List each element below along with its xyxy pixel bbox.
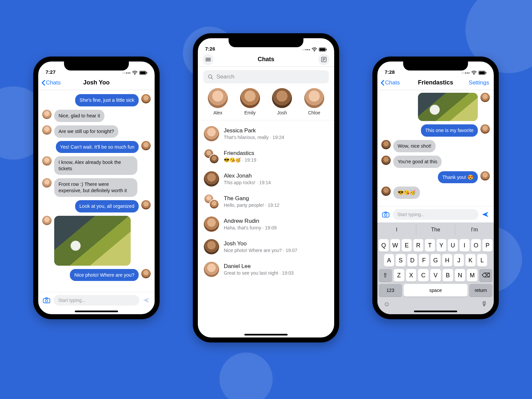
- key[interactable]: B: [443, 269, 453, 282]
- story-item[interactable]: Emily: [240, 88, 260, 115]
- image-message[interactable]: [54, 216, 131, 266]
- avatar[interactable]: [304, 88, 324, 108]
- key[interactable]: W: [390, 239, 400, 252]
- avatar[interactable]: [42, 125, 52, 135]
- avatar[interactable]: [141, 269, 151, 278]
- avatar[interactable]: [209, 199, 219, 209]
- key[interactable]: O: [471, 239, 481, 252]
- stories-row[interactable]: AlexEmilyJoshChloe: [198, 88, 334, 120]
- avatar[interactable]: [204, 239, 219, 254]
- avatar[interactable]: [204, 216, 219, 232]
- avatar[interactable]: [480, 171, 490, 181]
- message-input[interactable]: Start typing...: [393, 209, 478, 220]
- avatar[interactable]: [204, 126, 219, 141]
- group-avatar[interactable]: [204, 149, 219, 164]
- send-button[interactable]: [482, 211, 489, 218]
- compose-button[interactable]: [318, 54, 330, 65]
- home-indicator[interactable]: [75, 311, 118, 312]
- key[interactable]: Y: [437, 239, 447, 252]
- story-item[interactable]: Alex: [208, 88, 228, 115]
- space-key[interactable]: space: [404, 284, 467, 297]
- message-list[interactable]: She's fine, just a little sickNice, glad…: [38, 90, 155, 281]
- back-button[interactable]: Chats: [381, 75, 400, 90]
- keyboard-suggestions[interactable]: ITheI'm: [377, 222, 494, 237]
- avatar[interactable]: [208, 88, 228, 108]
- camera-icon[interactable]: [382, 211, 389, 217]
- key[interactable]: S: [396, 254, 406, 267]
- key[interactable]: V: [430, 269, 441, 282]
- return-key[interactable]: return: [469, 284, 492, 297]
- message-bubble[interactable]: Wow, nice shot!: [393, 140, 436, 152]
- avatar[interactable]: [381, 187, 391, 196]
- chat-row[interactable]: Alex JonahThis app rocks! · 19:14: [198, 168, 334, 190]
- key[interactable]: L: [477, 254, 487, 267]
- key[interactable]: F: [419, 254, 429, 267]
- key[interactable]: C: [418, 269, 429, 282]
- suggestion[interactable]: I'm: [455, 225, 494, 235]
- search-input[interactable]: Search: [203, 70, 329, 83]
- avatar[interactable]: [480, 93, 490, 102]
- avatar[interactable]: [42, 156, 52, 166]
- message-bubble[interactable]: Front row :) There were expensive, but d…: [54, 178, 137, 197]
- shift-key[interactable]: ⇧: [379, 269, 392, 282]
- message-input[interactable]: Start typing...: [54, 295, 139, 306]
- message-bubble[interactable]: You're good at this: [393, 156, 442, 168]
- image-message[interactable]: [418, 93, 478, 121]
- avatar[interactable]: [272, 88, 292, 108]
- key[interactable]: Z: [394, 269, 404, 282]
- emoji-key[interactable]: ☺: [383, 300, 390, 308]
- keyboard[interactable]: QWERTYUIOPASDFGHJKL⇧ZXCVBNM⌫123spaceretu…: [377, 237, 494, 314]
- avatar[interactable]: [42, 110, 52, 119]
- key[interactable]: J: [454, 254, 464, 267]
- key[interactable]: P: [482, 239, 492, 252]
- chat-row[interactable]: The GangHello, party people! · 19:12: [198, 190, 334, 213]
- message-bubble[interactable]: 😎😘🥳: [393, 187, 420, 199]
- home-indicator[interactable]: [414, 311, 457, 312]
- key[interactable]: G: [431, 254, 441, 267]
- avatar[interactable]: [381, 156, 391, 165]
- chat-list[interactable]: Jessica ParkThat's hilarious, really · 1…: [198, 120, 334, 283]
- avatar[interactable]: [141, 141, 151, 150]
- suggestion[interactable]: The: [416, 225, 455, 235]
- avatar[interactable]: [381, 140, 391, 149]
- key[interactable]: K: [466, 254, 475, 267]
- chat-row[interactable]: Daniel LeeGreat to see you last night · …: [198, 258, 334, 281]
- avatar[interactable]: [240, 88, 260, 108]
- avatar[interactable]: [42, 178, 52, 188]
- avatar[interactable]: [480, 124, 490, 134]
- send-button[interactable]: [143, 297, 150, 304]
- story-item[interactable]: Josh: [272, 88, 292, 115]
- key[interactable]: M: [467, 269, 477, 282]
- group-avatar[interactable]: [204, 194, 219, 209]
- key[interactable]: Q: [379, 239, 389, 252]
- key[interactable]: A: [384, 254, 394, 267]
- avatar[interactable]: [141, 200, 151, 209]
- key[interactable]: E: [402, 239, 412, 252]
- numbers-key[interactable]: 123: [379, 284, 402, 297]
- key[interactable]: N: [455, 269, 466, 282]
- avatar[interactable]: [42, 216, 52, 225]
- chat-row[interactable]: Josh YooNice photo! Where are you? · 19:…: [198, 235, 334, 258]
- message-bubble[interactable]: Thank you! 😍: [438, 171, 478, 184]
- message-bubble[interactable]: Look at you, all organized: [75, 200, 139, 212]
- camera-icon[interactable]: [43, 297, 50, 303]
- backspace-key[interactable]: ⌫: [479, 269, 492, 282]
- avatar[interactable]: [204, 171, 219, 187]
- chat-row[interactable]: Jessica ParkThat's hilarious, really · 1…: [198, 122, 334, 145]
- avatar[interactable]: [204, 262, 219, 277]
- mic-key[interactable]: 🎙: [481, 300, 488, 308]
- message-bubble[interactable]: I know, Alex already book the tickets: [54, 156, 137, 175]
- chat-row[interactable]: Friendastics😎😘🥳 · 19:19: [198, 145, 334, 168]
- chat-row[interactable]: Andrew RudinHaha, that's funny · 19:09: [198, 213, 334, 235]
- message-bubble[interactable]: Yes! Can't wait. It'll be so much fun: [56, 141, 139, 153]
- story-item[interactable]: Chloe: [304, 88, 324, 115]
- back-button[interactable]: Chats: [42, 75, 61, 90]
- suggestion[interactable]: I: [377, 225, 416, 235]
- message-bubble[interactable]: Nice photo! Where are you?: [70, 269, 139, 281]
- key[interactable]: R: [413, 239, 423, 252]
- menu-button[interactable]: [202, 54, 214, 65]
- home-indicator[interactable]: [244, 334, 288, 335]
- key[interactable]: I: [460, 239, 469, 252]
- avatar[interactable]: [141, 94, 151, 103]
- message-bubble[interactable]: She's fine, just a little sick: [75, 94, 139, 106]
